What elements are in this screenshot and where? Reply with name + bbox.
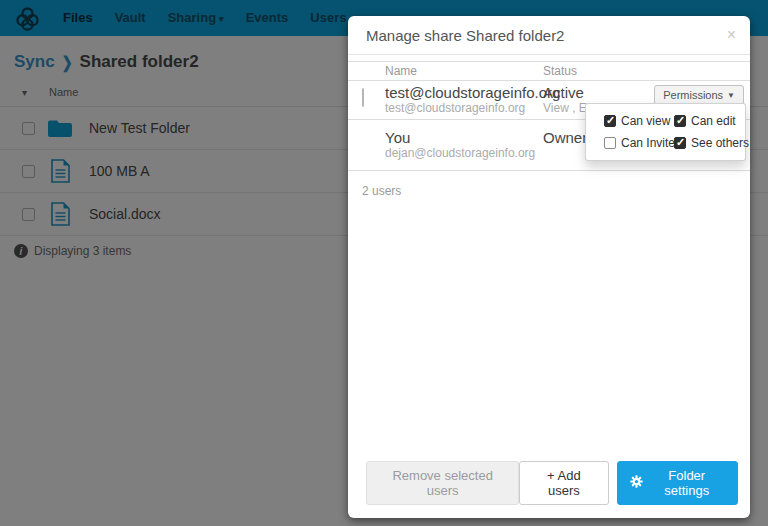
manage-share-modal: Manage share Shared folder2 × Name Statu… (348, 16, 750, 518)
user-email: test@cloudstorageinfo.org (385, 101, 543, 115)
table-header-row: Name Status (348, 61, 750, 81)
permission-option-see-others[interactable]: See others (674, 136, 749, 150)
checkbox[interactable] (674, 115, 686, 127)
remove-selected-users-button[interactable]: Remove selected users (366, 461, 519, 505)
checkbox[interactable] (604, 137, 616, 149)
permissions-button-label: Permissions (663, 89, 723, 101)
add-users-button[interactable]: + Add users (519, 461, 608, 505)
permission-label: Can edit (691, 114, 736, 128)
close-icon[interactable]: × (727, 27, 736, 43)
permission-label: Can Invite (621, 136, 675, 150)
chevron-down-icon: ▼ (727, 91, 735, 100)
permission-option-can-edit[interactable]: Can edit (674, 114, 749, 128)
user-name: You (385, 129, 543, 146)
permissions-dropdown-menu: Can view Can edit Can Invite See others (585, 103, 746, 161)
column-header-status: Status (543, 64, 736, 78)
permission-label: Can view (621, 114, 670, 128)
permission-option-can-invite[interactable]: Can Invite (604, 136, 674, 150)
modal-footer: Remove selected users + Add users (348, 449, 750, 518)
modal-title: Manage share Shared folder2 (366, 27, 564, 44)
checkbox[interactable] (674, 137, 686, 149)
permission-option-can-view[interactable]: Can view (604, 114, 674, 128)
folder-settings-label: Folder settings (649, 468, 725, 498)
user-name: test@cloudstorageinfo.org (385, 84, 543, 101)
users-count: 2 users (362, 184, 736, 198)
permission-label: See others (691, 136, 749, 150)
column-header-name: Name (385, 64, 543, 78)
modal-header: Manage share Shared folder2 × (348, 16, 750, 55)
permissions-button[interactable]: Permissions ▼ (654, 85, 744, 105)
gear-icon (630, 475, 643, 491)
user-email: dejan@cloudstorageinfo.org (385, 146, 543, 160)
folder-settings-button[interactable]: Folder settings (617, 461, 738, 505)
user-checkbox[interactable] (362, 88, 364, 107)
checkbox[interactable] (604, 115, 616, 127)
